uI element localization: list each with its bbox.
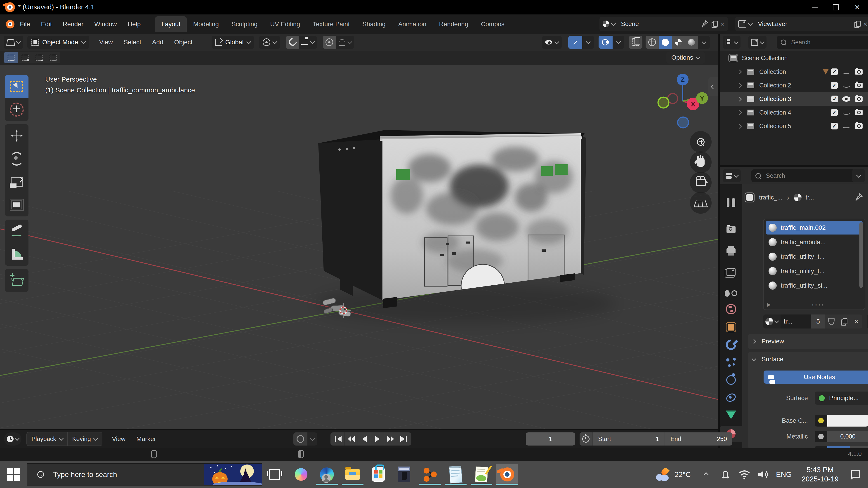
panel-preview[interactable]: Preview ::::	[748, 334, 868, 349]
outliner-row-collection-2[interactable]: Collection 2 ✓	[720, 78, 868, 92]
base-color-swatch[interactable]	[827, 415, 868, 427]
tool-annotate[interactable]	[5, 220, 29, 242]
shading-material-button[interactable]	[672, 36, 685, 49]
play-button[interactable]	[371, 432, 384, 446]
workspace-tab-animation[interactable]: Animation	[392, 16, 433, 32]
shading-dropdown[interactable]	[698, 36, 710, 49]
copy-material-button[interactable]	[838, 315, 850, 328]
viewport-menu-select[interactable]: Select	[118, 39, 147, 46]
xray-toggle[interactable]	[629, 36, 643, 49]
select-mode-invert-button[interactable]	[46, 52, 60, 63]
viewport-menu-object[interactable]: Object	[169, 39, 198, 46]
tab-view-layer[interactable]	[720, 265, 742, 279]
outliner-row-collection-5[interactable]: Collection 5 ✓	[720, 119, 868, 133]
keying-menu[interactable]: Keying	[68, 432, 102, 446]
scene-selector[interactable]: Scene ×	[599, 17, 728, 31]
timeline-view-menu[interactable]: View	[106, 435, 131, 443]
material-name-field[interactable]: tr...	[780, 315, 811, 328]
render-visibility-icon[interactable]	[855, 69, 863, 74]
render-visibility-icon[interactable]	[855, 123, 863, 129]
outliner-row-collection[interactable]: Collection ✓	[720, 65, 868, 78]
properties-options-dropdown[interactable]	[852, 169, 865, 182]
base-color-input-socket[interactable]	[815, 415, 827, 427]
viewport-menu-add[interactable]: Add	[147, 39, 169, 46]
tab-object-data[interactable]	[720, 408, 742, 422]
tab-particles[interactable]	[720, 355, 742, 369]
window-close-button[interactable]: ×	[846, 0, 868, 14]
render-visibility-icon[interactable]	[855, 110, 863, 115]
workspace-tab-texture-paint[interactable]: Texture Paint	[307, 16, 356, 32]
shading-solid-button[interactable]	[659, 36, 672, 49]
slot-row[interactable]: traffic_ambula...	[766, 235, 863, 249]
viewlayer-selector[interactable]: ViewLayer ×	[735, 17, 868, 31]
tool-add-cube[interactable]	[5, 269, 29, 292]
current-frame-field[interactable]: 1	[526, 432, 575, 446]
new-viewlayer-button[interactable]	[855, 21, 860, 27]
expand-icon[interactable]	[737, 110, 742, 115]
tab-output[interactable]	[720, 243, 742, 258]
autokey-dropdown[interactable]	[307, 432, 317, 446]
tool-scale[interactable]	[5, 170, 29, 193]
taskbar-app-notepadpp[interactable]	[471, 464, 492, 485]
gizmos-toggle[interactable]: ↗	[568, 36, 582, 49]
menu-help[interactable]: Help	[122, 21, 146, 28]
show-eye-icon[interactable]	[842, 96, 850, 102]
workspace-tab-sculpting[interactable]: Sculpting	[225, 16, 264, 32]
workspace-tab-compositing[interactable]: Compos	[475, 16, 511, 32]
menu-window[interactable]: Window	[89, 21, 122, 28]
proportional-toggle[interactable]	[323, 36, 336, 49]
outliner-row-collection-4[interactable]: Collection 4 ✓	[720, 106, 868, 119]
taskbar-app-video[interactable]	[393, 464, 415, 485]
tab-modifiers[interactable]	[720, 337, 742, 352]
taskbar-app-blender[interactable]	[496, 464, 518, 485]
surface-shader-button[interactable]: Principle...	[815, 392, 868, 404]
exclude-checkbox[interactable]: ✓	[831, 123, 838, 129]
shading-rendered-button[interactable]	[685, 36, 698, 49]
workspace-tab-shading[interactable]: Shading	[356, 16, 392, 32]
outliner-search[interactable]: Search	[777, 36, 868, 49]
tab-render[interactable]	[720, 222, 742, 237]
select-mode-subtract-button[interactable]	[32, 52, 46, 63]
gizmos-dropdown[interactable]	[582, 36, 594, 49]
tool-cursor[interactable]	[5, 98, 29, 121]
falloff-dropdown[interactable]	[336, 36, 354, 49]
overlays-dropdown[interactable]	[613, 36, 624, 49]
workspace-tab-modeling[interactable]: Modeling	[187, 16, 225, 32]
notification-icon[interactable]	[849, 468, 861, 480]
exclude-checkbox[interactable]: ✓	[831, 96, 838, 102]
snap-settings-dropdown[interactable]	[299, 36, 317, 49]
taskbar-app-explorer[interactable]	[342, 464, 364, 485]
playback-menu[interactable]: Playback	[27, 432, 68, 446]
window-maximize-button[interactable]	[826, 0, 846, 14]
tray-expand-icon[interactable]	[704, 472, 708, 477]
taskbar-app-store[interactable]	[368, 464, 389, 485]
pan-view-button[interactable]	[690, 151, 712, 173]
slot-row-active[interactable]: traffic_main.002	[766, 221, 863, 234]
options-button[interactable]: Options	[666, 52, 705, 64]
tab-tool[interactable]	[720, 195, 742, 210]
material-link-dropdown[interactable]	[867, 315, 868, 328]
expand-icon[interactable]	[737, 83, 742, 88]
outliner-display-mode[interactable]	[723, 36, 741, 49]
frame-start-field[interactable]: Start 1	[593, 432, 665, 446]
tool-transform[interactable]	[5, 193, 29, 217]
hide-eye-icon[interactable]	[843, 110, 850, 115]
app-menu-icon[interactable]	[6, 20, 14, 29]
taskbar-app-edge[interactable]	[316, 464, 338, 485]
language-label[interactable]: ENG	[776, 470, 792, 479]
menu-file[interactable]: File	[14, 21, 35, 28]
material-users-button[interactable]: 5	[811, 315, 825, 328]
tool-select-box[interactable]	[5, 75, 29, 98]
hide-eye-icon[interactable]	[843, 70, 850, 74]
properties-search[interactable]: Search	[751, 169, 855, 182]
taskbar-app-notepad[interactable]	[445, 464, 467, 485]
slot-row[interactable]: traffic_utility_t...	[766, 264, 863, 278]
outliner-filter[interactable]	[748, 36, 767, 49]
expand-icon[interactable]	[737, 96, 742, 101]
autokey-toggle[interactable]	[293, 432, 307, 446]
menu-render[interactable]: Render	[57, 21, 89, 28]
slot-list-scrollbar[interactable]	[860, 222, 863, 288]
outliner-row-scene-collection[interactable]: Scene Collection	[720, 51, 868, 65]
tool-move[interactable]	[5, 124, 29, 147]
expand-icon[interactable]	[737, 69, 742, 74]
